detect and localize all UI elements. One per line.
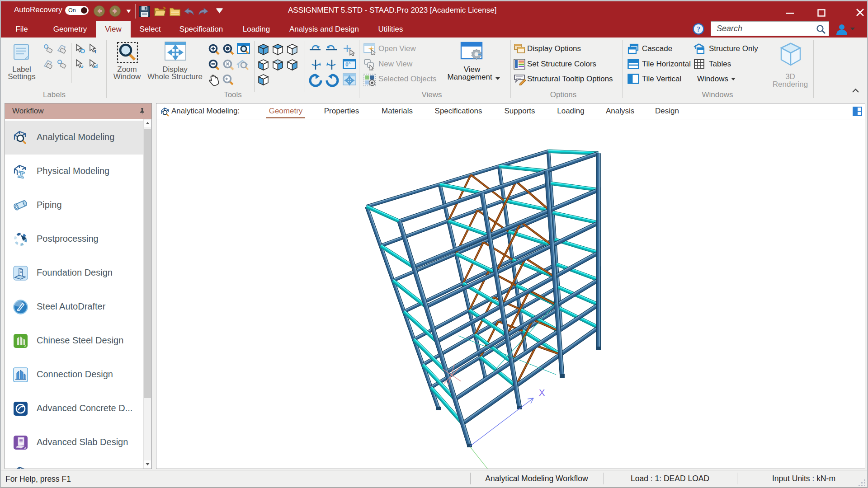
svg-text:z: z: [24, 343, 26, 347]
svg-text:0°: 0°: [345, 61, 351, 68]
svg-text:?: ?: [697, 25, 700, 33]
svg-text:z: z: [24, 445, 26, 450]
svg-text:I: I: [94, 49, 96, 54]
svg-text:X: X: [539, 388, 545, 398]
